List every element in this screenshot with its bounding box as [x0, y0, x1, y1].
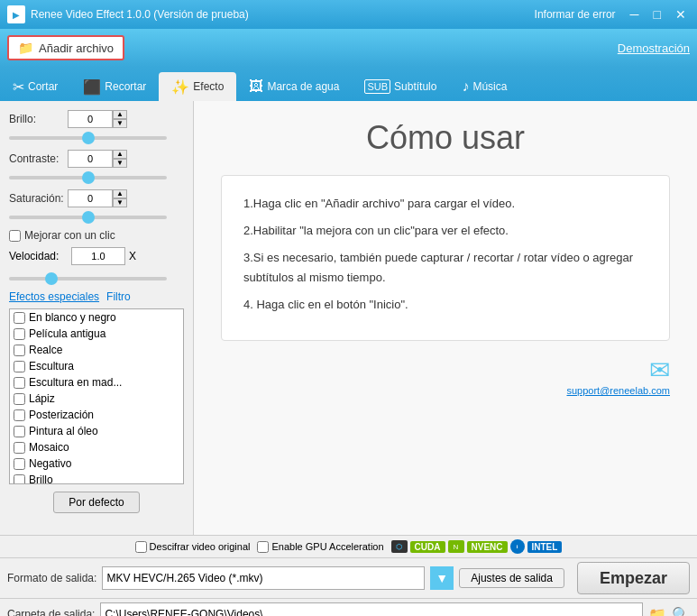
effects-list[interactable]: En blanco y negro Película antigua Realc…: [9, 308, 184, 484]
speed-unit: X: [129, 250, 136, 262]
list-item[interactable]: Negativo: [10, 455, 183, 472]
marca-agua-icon: 🖼: [249, 78, 263, 95]
contrast-slider[interactable]: [9, 176, 167, 179]
intel-badge: INTEL: [527, 541, 563, 553]
main-content: Brillo: ▲ ▼ Contraste: ▲ ▼ Saturación:: [0, 101, 697, 535]
one-click-label[interactable]: Mejorar con un clic: [24, 229, 115, 242]
tab-efecto[interactable]: ✨ Efecto: [159, 72, 236, 101]
list-item[interactable]: Escultura en mad...: [10, 374, 183, 391]
tab-cortar-label: Cortar: [28, 80, 58, 93]
saturation-slider-container: [9, 209, 184, 222]
close-button[interactable]: ✕: [672, 7, 690, 22]
list-item[interactable]: En blanco y negro: [10, 309, 183, 326]
maximize-button[interactable]: □: [650, 7, 665, 22]
effects-special-link[interactable]: Efectos especiales: [9, 290, 99, 303]
add-file-label: Añadir archivo: [39, 41, 114, 55]
title-bar: ▶ Renee Video Effect 1.0.0 (Versión de p…: [0, 0, 697, 29]
tab-recortar-label: Recortar: [105, 80, 146, 93]
list-item[interactable]: Pintura al óleo: [10, 423, 183, 439]
contrast-label: Contraste:: [9, 152, 68, 165]
brightness-up[interactable]: ▲: [113, 110, 127, 119]
list-item[interactable]: Lápiz: [10, 391, 183, 407]
list-item[interactable]: Posterización: [10, 407, 183, 423]
contrast-down[interactable]: ▼: [113, 159, 127, 168]
decrypt-checkbox-item: Descifrar video original: [135, 541, 251, 553]
filter-link[interactable]: Filtro: [106, 290, 131, 303]
saturation-input[interactable]: [68, 189, 113, 207]
decrypt-checkbox[interactable]: [135, 541, 147, 553]
left-panel: Brillo: ▲ ▼ Contraste: ▲ ▼ Saturación:: [0, 101, 194, 535]
list-item[interactable]: Mosaico: [10, 439, 183, 455]
error-report-link[interactable]: Informar de error: [535, 8, 616, 21]
tab-bar: ✂ Cortar ⬛ Recortar ✨ Efecto 🖼 Marca de …: [0, 67, 697, 101]
saturation-up[interactable]: ▲: [113, 189, 127, 198]
nvenc-badge: NVENC: [467, 541, 508, 553]
speed-slider-container: [9, 271, 184, 283]
subtitulo-icon: SUB: [364, 79, 390, 94]
step-1: 1.Haga clic en "Añadir archivo" para car…: [243, 194, 647, 214]
list-item[interactable]: Escultura: [10, 358, 183, 374]
speed-label: Velocidad:: [9, 250, 68, 262]
speed-slider[interactable]: [9, 277, 167, 280]
intel-icon: i: [510, 539, 525, 554]
tab-marca-agua[interactable]: 🖼 Marca de agua: [236, 72, 352, 101]
minimize-button[interactable]: ─: [627, 7, 643, 22]
add-file-button[interactable]: 📁 Añadir archivo: [7, 35, 124, 60]
tab-musica[interactable]: ♪ Música: [449, 72, 519, 101]
app-icon: ▶: [7, 5, 25, 23]
recortar-icon: ⬛: [83, 78, 101, 96]
contrast-slider-container: [9, 170, 184, 182]
folder-row: Carpeta de salida: 📁 🔍: [0, 598, 697, 616]
default-button[interactable]: Por defecto: [53, 492, 139, 513]
brightness-down[interactable]: ▼: [113, 119, 127, 128]
nvenc-bg-icon: N: [448, 540, 464, 553]
tab-marca-agua-label: Marca de agua: [267, 80, 339, 93]
start-button[interactable]: Empezar: [577, 562, 690, 594]
tab-recortar[interactable]: ⬛ Recortar: [70, 72, 159, 101]
support-section: ✉ support@reneelab.com: [221, 355, 670, 396]
support-email[interactable]: support@reneelab.com: [566, 385, 670, 396]
format-dropdown-button[interactable]: ▼: [430, 566, 454, 590]
how-to-box: 1.Haga clic en "Añadir archivo" para car…: [221, 175, 670, 341]
folder-browse-button[interactable]: 📁: [648, 606, 666, 617]
contrast-spinner: ▲ ▼: [113, 150, 127, 168]
speed-input[interactable]: [71, 247, 125, 265]
brightness-input[interactable]: [68, 110, 113, 128]
adjust-output-button[interactable]: Ajustes de salida: [459, 568, 564, 588]
demo-label[interactable]: Demostración: [618, 41, 690, 55]
one-click-checkbox[interactable]: [9, 230, 21, 242]
cuda-bg-icon: ⬡: [391, 540, 408, 553]
format-label: Formato de salida:: [7, 572, 96, 584]
toolbar: 📁 Añadir archivo Demostración: [0, 29, 697, 67]
gpu-checkbox[interactable]: [257, 541, 269, 553]
contrast-row: Contraste: ▲ ▼: [9, 150, 184, 168]
support-icon: ✉: [649, 355, 670, 385]
saturation-down[interactable]: ▼: [113, 198, 127, 207]
musica-icon: ♪: [462, 78, 469, 95]
contrast-input[interactable]: [68, 150, 113, 168]
format-controls: MKV HEVC/H.265 Video (*.mkv) ▼ Ajustes d…: [102, 566, 564, 590]
gpu-label: Enable GPU Acceleration: [271, 541, 383, 552]
contrast-up[interactable]: ▲: [113, 150, 127, 159]
step-3: 3.Si es necesario, también puede captura…: [243, 248, 647, 288]
list-item[interactable]: Película antigua: [10, 326, 183, 342]
saturation-slider[interactable]: [9, 216, 167, 219]
brightness-row: Brillo: ▲ ▼: [9, 110, 184, 128]
step-4: 4. Haga clic en el botón "Inicio".: [243, 295, 647, 315]
list-item[interactable]: Brillo: [10, 472, 183, 484]
format-select[interactable]: MKV HEVC/H.265 Video (*.mkv): [102, 566, 425, 590]
brightness-slider[interactable]: [9, 136, 167, 140]
folder-input[interactable]: [100, 602, 643, 616]
list-item[interactable]: Realce: [10, 342, 183, 358]
gpu-row: Descifrar video original Enable GPU Acce…: [0, 536, 697, 557]
bottom-area: Descifrar video original Enable GPU Acce…: [0, 535, 697, 616]
tab-cortar[interactable]: ✂ Cortar: [0, 72, 70, 101]
gpu-badges: ⬡ CUDA N NVENC i INTEL: [391, 539, 563, 554]
tab-subtitulo[interactable]: SUB Subtítulo: [352, 72, 449, 101]
step-2: 2.Habilitar "la mejora con un clic"para …: [243, 221, 647, 241]
saturation-label: Saturación:: [9, 192, 68, 205]
folder-search-button[interactable]: 🔍: [672, 606, 690, 617]
brightness-slider-container: [9, 130, 184, 143]
efecto-icon: ✨: [171, 78, 189, 96]
add-file-icon: 📁: [18, 41, 33, 55]
